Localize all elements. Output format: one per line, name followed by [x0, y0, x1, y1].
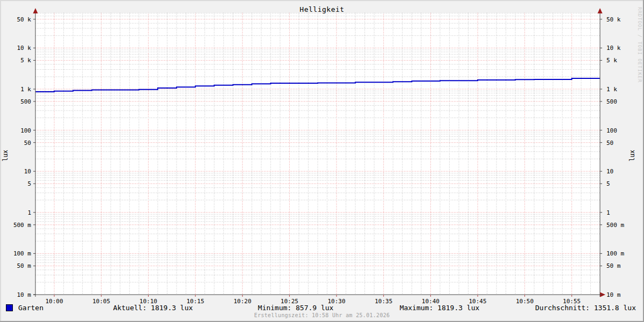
svg-text:500: 500 [606, 98, 617, 105]
chart-title: Helligkeit [0, 5, 644, 13]
stat-minimum: Minimum: 857.9 lux [258, 304, 334, 312]
svg-text:500 m: 500 m [13, 222, 31, 229]
svg-text:50 m: 50 m [606, 262, 621, 269]
svg-text:1: 1 [606, 209, 610, 216]
svg-text:5: 5 [606, 180, 610, 187]
stat-maximum: Maximum: 1819.3 lux [400, 304, 480, 312]
svg-text:10: 10 [606, 168, 613, 175]
svg-text:50 m: 50 m [17, 262, 32, 269]
chart-canvas: 50 k50 k10 k10 k5 k5 k1 k1 k500500100100… [0, 0, 644, 322]
svg-text:5 k: 5 k [606, 57, 617, 64]
creation-timestamp: Erstellungszeit: 10:58 Uhr am 25.01.2026 [0, 312, 644, 318]
svg-text:500 m: 500 m [606, 222, 624, 229]
svg-text:100 m: 100 m [13, 250, 31, 257]
rrdtool-graph-panel: 50 k50 k10 k10 k5 k5 k1 k1 k500500100100… [0, 0, 644, 322]
svg-text:1: 1 [27, 209, 31, 216]
svg-text:10 k: 10 k [606, 45, 621, 52]
svg-text:100 m: 100 m [606, 250, 624, 257]
legend-row: Garten Aktuell: 1819.3 lux Minimum: 857.… [0, 304, 644, 311]
svg-text:100: 100 [20, 127, 31, 134]
stat-aktuell: Aktuell: 1819.3 lux [113, 304, 193, 312]
svg-text:5 k: 5 k [20, 57, 31, 64]
svg-text:10 k: 10 k [17, 45, 32, 52]
rrdtool-watermark: RRDTOOL / TOBI OETIKER [637, 7, 642, 83]
y-axis-unit-right: lux [628, 148, 636, 164]
svg-text:10 m: 10 m [606, 291, 621, 298]
svg-text:100: 100 [606, 127, 617, 134]
stat-durchschnitt: Durchschnitt: 1351.8 lux [535, 304, 636, 312]
svg-text:1 k: 1 k [20, 86, 31, 93]
svg-text:500: 500 [20, 98, 31, 105]
legend-series-label: Garten [18, 304, 43, 312]
svg-text:5: 5 [27, 180, 31, 187]
svg-text:50 k: 50 k [606, 16, 621, 23]
svg-text:50 k: 50 k [17, 16, 32, 23]
svg-text:50: 50 [606, 140, 613, 147]
svg-text:1 k: 1 k [606, 86, 617, 93]
svg-text:50: 50 [24, 140, 31, 147]
svg-text:10 m: 10 m [17, 291, 32, 298]
y-axis-unit-left: lux [2, 148, 9, 164]
svg-text:10: 10 [24, 168, 31, 175]
legend-color-swatch [6, 304, 13, 311]
